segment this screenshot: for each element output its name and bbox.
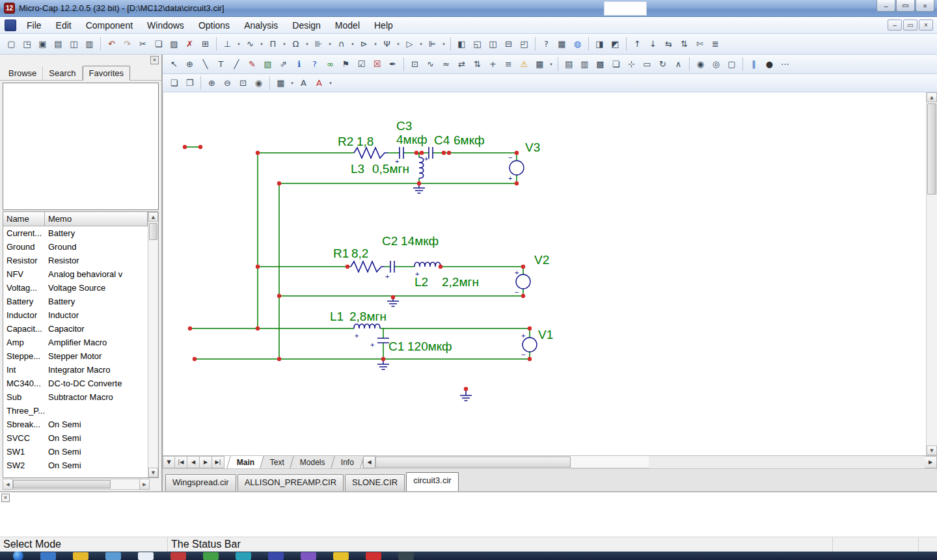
sheet-tab-info[interactable]: Info [331, 456, 364, 468]
taskbar-app-10[interactable] [333, 552, 349, 560]
first-sheet-button[interactable]: |◀ [175, 456, 187, 468]
more-button[interactable]: ⋯ [778, 57, 793, 72]
font-button[interactable]: A [296, 75, 311, 90]
scroll-right-icon[interactable]: ▶ [139, 479, 150, 490]
panel-close-icon[interactable]: × [150, 56, 159, 64]
list-horizontal-scrollbar[interactable]: ◀ ▶ [3, 479, 159, 490]
zoom-area-button[interactable]: ⊡ [236, 75, 251, 90]
value-c3[interactable]: 4мкф [396, 133, 428, 146]
diode-component-button[interactable]: ⊳ [357, 36, 372, 51]
tile-horizontal-button[interactable]: ⊟ [501, 36, 516, 51]
canvas-horizontal-scrollbar[interactable]: ◀ ▶ [363, 456, 937, 468]
component-list-row[interactable]: MC340...DC-to-DC Converte [3, 377, 148, 390]
resistor-R2[interactable] [354, 148, 388, 158]
label-c1[interactable]: C1 [388, 340, 404, 353]
taskbar-app-4[interactable] [138, 552, 154, 560]
save-all-button[interactable]: ▤ [51, 36, 66, 51]
component-list-row[interactable]: AmpAmplifier Macro [3, 336, 148, 349]
component-list-row[interactable]: GroundGround [3, 240, 148, 254]
taskbar-app-7[interactable] [236, 552, 251, 560]
menu-windows[interactable]: Windows [140, 18, 191, 33]
web-button[interactable]: ◍ [570, 36, 585, 51]
file-tab-wingspread-cir[interactable]: Wingspread.cir [165, 474, 236, 491]
grid-button[interactable]: ▦ [532, 57, 547, 72]
resistor-R1[interactable] [351, 261, 385, 272]
tile-vertical-button[interactable]: ◫ [485, 36, 500, 51]
new-window-button[interactable]: ◧ [454, 36, 469, 51]
sheet-list-button[interactable]: ▼ [163, 456, 175, 468]
file-tab-slone-cir[interactable]: SLONE.CIR [345, 474, 405, 491]
value-l3[interactable]: 0,5мгн [372, 162, 409, 176]
canvas-vertical-scrollbar[interactable]: ▲ ▼ [926, 92, 937, 455]
battery-component-button-dropdown[interactable]: ▾ [441, 36, 447, 51]
horizontal-tag-button[interactable]: ⇄ [454, 57, 469, 72]
scroll-track[interactable] [927, 102, 937, 446]
delete-button[interactable]: ✗ [182, 36, 197, 51]
scroll-right-icon[interactable]: ▶ [925, 456, 937, 468]
label-v1[interactable]: V1 [538, 328, 553, 341]
find-button[interactable]: ◉ [693, 57, 708, 72]
taskbar-app-5[interactable] [170, 552, 186, 560]
mdi-close-button[interactable]: × [919, 20, 933, 31]
menu-component[interactable]: Component [79, 18, 140, 33]
mdi-restore-button[interactable]: ▭ [903, 20, 917, 31]
component-list-row[interactable]: BatteryBattery [3, 295, 148, 308]
color-button-dropdown[interactable]: ▾ [327, 75, 334, 90]
vertical-tag-button[interactable]: ⇅ [470, 57, 485, 72]
scroll-track[interactable] [571, 456, 649, 468]
scroll-up-icon[interactable]: ▲ [148, 212, 158, 222]
menu-options[interactable]: Options [191, 18, 237, 33]
menu-edit[interactable]: Edit [49, 18, 79, 33]
cut-button[interactable]: ✂ [135, 36, 150, 51]
scroll-thumb[interactable] [927, 103, 936, 194]
edit-page-button[interactable]: ✒ [385, 57, 400, 72]
copy-visible-page-button[interactable]: ❐ [182, 75, 197, 90]
prev-sheet-button[interactable]: ◀ [187, 456, 200, 468]
capacitor-component-button[interactable]: ⊪ [311, 36, 326, 51]
enable-region-button[interactable]: ☑ [354, 57, 369, 72]
menu-design[interactable]: Design [285, 18, 328, 33]
component-list-row[interactable]: Capacit...Capacitor [3, 322, 148, 336]
opamp-component-button[interactable]: ▷ [402, 36, 417, 51]
resistor-component-button-dropdown[interactable]: ▾ [304, 36, 310, 51]
label-v3[interactable]: V3 [525, 140, 540, 154]
menu-analysis[interactable]: Analysis [237, 18, 285, 33]
warning-button[interactable]: ⚠ [517, 57, 532, 72]
taskbar-app-3[interactable] [105, 552, 121, 560]
component-list-row[interactable]: SVCCOn Semi [3, 431, 148, 445]
label-c2[interactable]: C2 [382, 234, 398, 248]
component-list-row[interactable]: ResistorResistor [3, 254, 148, 267]
ground-component-button-dropdown[interactable]: ▾ [236, 36, 242, 51]
capacitor-component-button-dropdown[interactable]: ▾ [327, 36, 333, 51]
scroll-down-icon[interactable]: ▼ [148, 468, 158, 477]
label-l2[interactable]: L2 [414, 275, 428, 289]
value-r1[interactable]: 8,2 [351, 247, 368, 260]
disable-region-button[interactable]: ☒ [370, 57, 385, 72]
ground-isolated[interactable] [460, 390, 472, 401]
flip-vertical-button[interactable]: ⇅ [677, 36, 692, 51]
scroll-track[interactable] [13, 479, 139, 490]
link-mode-button[interactable]: ∞ [323, 57, 338, 72]
scroll-thumb[interactable] [149, 223, 157, 240]
redo-button[interactable]: ↷ [120, 36, 135, 51]
sidebar-tab-browse[interactable]: Browse [3, 66, 43, 80]
capacitor-C2[interactable]: + [385, 261, 394, 280]
info-mode-button[interactable]: ℹ [292, 57, 306, 72]
shape-editor-button[interactable]: ◩ [608, 36, 623, 51]
snapshot-button[interactable]: ◉ [251, 75, 266, 90]
inductor-L1[interactable]: + [354, 324, 380, 340]
file-tab-circuit3-cir[interactable]: circuit3.cir [406, 472, 459, 491]
print-button[interactable]: ▥ [82, 36, 97, 51]
component-list-row[interactable]: Voltag...Voltage Source [3, 281, 148, 295]
box-tool-button[interactable]: ▭ [640, 57, 655, 72]
probe-button[interactable]: ∿ [423, 57, 438, 72]
scroll-down-icon[interactable]: ▼ [927, 446, 937, 455]
value-l2[interactable]: 2,2мгн [442, 275, 479, 289]
component-list-row[interactable]: Current...Battery [3, 226, 148, 240]
column-header-memo[interactable]: Memo [45, 212, 148, 226]
value-c2[interactable]: 14мкф [401, 234, 439, 248]
diode-component-button-dropdown[interactable]: ▾ [372, 36, 379, 51]
taskbar-app-12[interactable] [398, 552, 414, 560]
flip-horizontal-button[interactable]: ⇆ [661, 36, 676, 51]
grid-button-dropdown[interactable]: ▾ [548, 57, 554, 72]
